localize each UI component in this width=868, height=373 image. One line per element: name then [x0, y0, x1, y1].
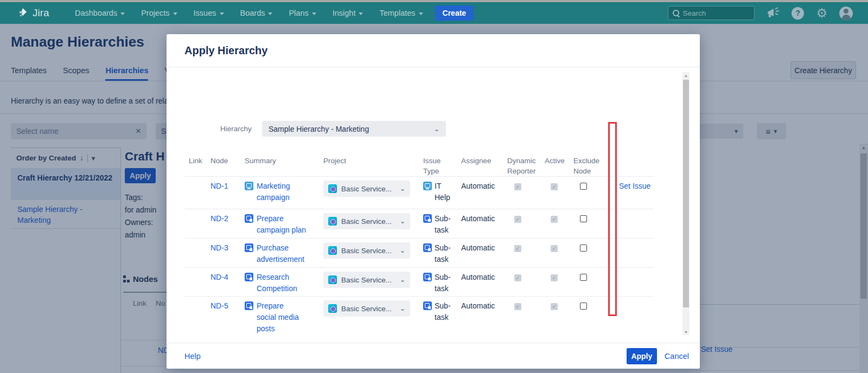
col-project: Project: [320, 151, 419, 176]
nav-item-insight[interactable]: Insight: [333, 9, 363, 17]
nav-item-boards[interactable]: Boards: [240, 9, 273, 17]
node-link[interactable]: ND-3: [210, 243, 228, 252]
subtask-icon: [423, 301, 432, 310]
active-checkbox: [551, 183, 558, 190]
subtask-icon: [423, 214, 432, 223]
it-help-icon: [423, 182, 432, 190]
summary-link[interactable]: Purchase advertisement: [257, 242, 317, 265]
project-select[interactable]: Basic Service...⌄: [323, 242, 410, 259]
annotation-highlight-box: [608, 122, 617, 316]
col-link: Link: [185, 151, 207, 176]
subtask-icon: [245, 214, 253, 223]
nav-item-dashboards[interactable]: Dashboards: [75, 9, 125, 17]
search-icon: [673, 10, 679, 16]
table-header: Link Node Summary Project Issue Type Ass…: [185, 151, 654, 176]
nav-right-group: ? ⚙: [668, 6, 853, 20]
cancel-link[interactable]: Cancel: [665, 352, 689, 361]
col-active: Active: [541, 151, 570, 176]
summary-link[interactable]: Prepare campaign plan: [257, 213, 317, 236]
nav-item-issues[interactable]: Issues: [194, 9, 224, 17]
node-link[interactable]: ND-2: [210, 214, 228, 223]
subtask-icon: [245, 273, 253, 281]
exclude-node-checkbox[interactable]: [580, 215, 587, 222]
modal-title: Apply Hierarchy: [184, 44, 267, 57]
assignee-value: Automatic: [457, 177, 503, 209]
apply-button[interactable]: Apply: [627, 348, 657, 364]
chevron-down-icon: [173, 12, 177, 15]
col-node: Node: [207, 151, 241, 176]
node-link[interactable]: ND-5: [210, 301, 228, 310]
nodes-table: Link Node Summary Project Issue Type Ass…: [185, 151, 654, 336]
node-link[interactable]: ND-1: [210, 182, 228, 190]
search-input[interactable]: [682, 9, 742, 17]
nav-item-templates[interactable]: Templates: [379, 9, 423, 17]
scroll-down-icon[interactable]: ▼: [682, 329, 690, 335]
assignee-value: Automatic: [457, 268, 503, 296]
project-select[interactable]: Basic Service...⌄: [323, 181, 410, 197]
help-icon[interactable]: ?: [792, 7, 804, 20]
dynamic-reporter-checkbox: [514, 183, 521, 190]
modal-scrollbar[interactable]: ▲ ▼: [682, 72, 690, 335]
chevron-down-icon: [312, 12, 316, 15]
jira-logo-icon: [16, 7, 29, 20]
user-avatar[interactable]: [839, 7, 853, 20]
chevron-down-icon: ⌄: [400, 216, 405, 227]
apply-hierarchy-modal: Apply Hierarchy Hierarchy Sample Hierarc…: [167, 34, 700, 369]
gear-icon[interactable]: ⚙: [816, 7, 827, 20]
col-exclude-node: Exclude Node: [570, 151, 599, 176]
help-link[interactable]: Help: [184, 352, 201, 361]
subtask-icon: [423, 273, 432, 281]
chevron-down-icon: ⌄: [400, 303, 405, 314]
table-row: ND-2 Prepare campaign plan Basic Service…: [185, 209, 654, 238]
project-select[interactable]: Basic Service...⌄: [323, 300, 410, 317]
summary-link[interactable]: Research Competition: [257, 272, 317, 294]
project-avatar-icon: [328, 184, 337, 193]
project-select[interactable]: Basic Service...⌄: [323, 213, 410, 229]
node-link[interactable]: ND-4: [210, 273, 228, 281]
exclude-node-checkbox[interactable]: [580, 274, 587, 281]
project-avatar-icon: [328, 217, 337, 226]
exclude-node-checkbox[interactable]: [580, 245, 587, 252]
scroll-up-icon[interactable]: ▲: [682, 72, 690, 79]
scrollbar-thumb[interactable]: [683, 80, 689, 307]
active-checkbox: [551, 274, 558, 281]
jira-logo[interactable]: Jira: [16, 7, 60, 20]
col-issue-type: Issue Type: [419, 151, 457, 176]
dynamic-reporter-checkbox: [514, 245, 521, 252]
modal-footer: Help Apply Cancel: [167, 343, 700, 369]
chevron-down-icon: [220, 12, 224, 15]
modal-body: Hierarchy Sample Hierarchy - Marketing ⌄…: [167, 67, 700, 336]
global-search[interactable]: [668, 6, 755, 20]
create-button[interactable]: Create: [435, 5, 474, 21]
active-checkbox: [551, 245, 558, 252]
project-select[interactable]: Basic Service...⌄: [323, 272, 410, 288]
chevron-down-icon: ⌄: [400, 274, 405, 286]
dynamic-reporter-checkbox: [514, 216, 521, 223]
summary-link[interactable]: Prepare social media posts: [257, 300, 302, 335]
exclude-node-checkbox[interactable]: [580, 183, 587, 190]
table-row: ND-5 Prepare social media posts Basic Se…: [185, 296, 654, 336]
nav-item-plans[interactable]: Plans: [289, 9, 316, 17]
logo-text: Jira: [33, 7, 49, 19]
hierarchy-field-label: Hierarchy: [220, 125, 252, 133]
nav-item-projects[interactable]: Projects: [141, 9, 177, 17]
col-summary: Summary: [241, 151, 320, 176]
top-nav: Jira Dashboards Projects Issues Boards P…: [0, 2, 868, 24]
assignee-value: Automatic: [457, 297, 503, 336]
subtask-icon: [423, 243, 432, 252]
project-avatar-icon: [328, 275, 337, 284]
exclude-node-checkbox[interactable]: [580, 303, 587, 310]
chevron-down-icon: [419, 12, 423, 15]
chevron-down-icon: [359, 12, 363, 15]
project-avatar-icon: [328, 304, 337, 313]
nav-menu: Dashboards Projects Issues Boards Plans …: [75, 9, 423, 17]
summary-link[interactable]: Marketing campaign: [257, 181, 317, 203]
announcement-icon[interactable]: [767, 7, 780, 19]
set-issue-link[interactable]: Set Issue: [619, 182, 650, 190]
hierarchy-select[interactable]: Sample Hierarchy - Marketing ⌄: [262, 121, 446, 137]
chevron-down-icon: ⌄: [400, 183, 405, 195]
table-row: ND-3 Purchase advertisement Basic Servic…: [185, 238, 654, 267]
assignee-value: Automatic: [457, 239, 503, 267]
chevron-down-icon: ⌄: [434, 125, 439, 133]
dynamic-reporter-checkbox: [514, 303, 521, 310]
